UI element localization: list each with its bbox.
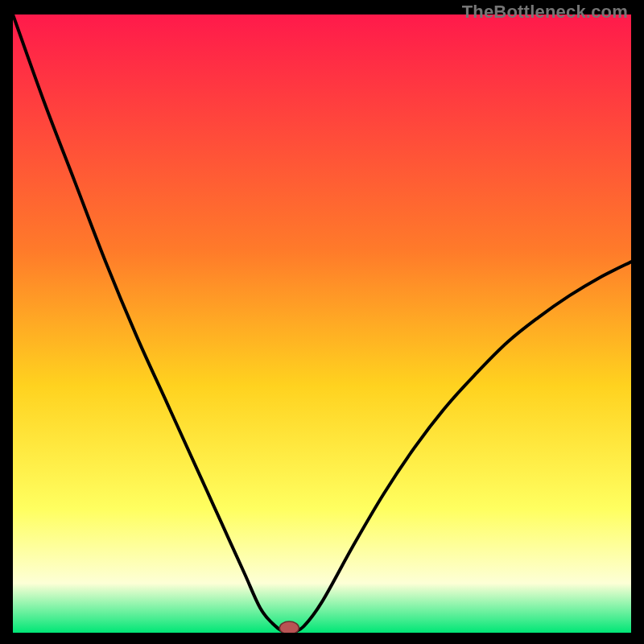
gradient-background (13, 14, 631, 633)
optimal-marker (279, 621, 299, 633)
chart-frame: TheBottleneck.com (13, 14, 631, 633)
watermark-text: TheBottleneck.com (462, 2, 628, 23)
bottleneck-chart (13, 14, 631, 633)
